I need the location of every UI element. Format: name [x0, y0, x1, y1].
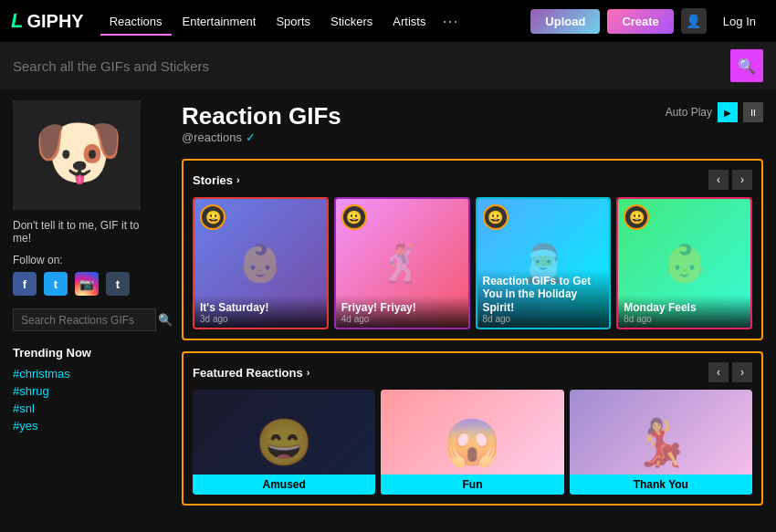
story-card-3[interactable]: 🎅 😀 Reaction GIFs to Get You in the Holi… [476, 197, 612, 329]
story-time-1: 3d ago [200, 314, 321, 324]
tumblr-icon[interactable]: t [106, 272, 130, 296]
featured-section: Featured Reactions › ‹ › 😄 Amused 😱 Fun [182, 351, 763, 506]
twitter-icon[interactable]: t [44, 272, 68, 296]
featured-card-1[interactable]: 😄 Amused [193, 390, 375, 495]
stories-prev-button[interactable]: ‹ [708, 170, 729, 190]
login-button[interactable]: Log In [714, 9, 765, 34]
logo-giphy: GIPHY [26, 11, 83, 32]
stories-header: Stories › ‹ › [193, 170, 752, 190]
story-label-1: It's Saturday! 3d ago [194, 296, 327, 328]
featured-arrow: › [307, 367, 310, 378]
story-title-1: It's Saturday! [200, 301, 321, 314]
featured-prev-button[interactable]: ‹ [708, 362, 729, 382]
story-avatar-1: 😀 [200, 204, 225, 230]
trending-item-2[interactable]: #shrug [13, 384, 156, 398]
trending-item-1[interactable]: #christmas [13, 367, 156, 381]
featured-card-3[interactable]: 💃 Thank You [570, 390, 752, 495]
upload-button[interactable]: Upload [530, 9, 600, 34]
logo-l: L [11, 9, 23, 33]
sidebar-tagline: Don't tell it to me, GIF it to me! [13, 219, 156, 245]
channel-info: Reaction GIFs @reactions ✓ [182, 102, 341, 153]
story-title-4: Monday Feels [624, 301, 745, 314]
stories-arrow: › [236, 174, 240, 185]
channel-title: Reaction GIFs [182, 102, 341, 130]
channel-avatar [13, 100, 141, 210]
search-button[interactable]: 🔍 [730, 49, 763, 82]
channel-handle: @reactions ✓ [182, 130, 341, 144]
content-area: Reaction GIFs @reactions ✓ Auto Play ▶ ⏸… [169, 89, 776, 532]
avatar-image [13, 100, 141, 210]
nav-stickers[interactable]: Stickers [321, 11, 382, 32]
stories-grid: 👶 😀 It's Saturday! 3d ago 🕺 😀 Friyay! Fr… [193, 197, 752, 329]
autoplay-label: Auto Play [666, 106, 712, 119]
story-label-3: Reaction GIFs to Get You in the Holiday … [477, 269, 610, 328]
stories-next-button[interactable]: › [732, 170, 752, 190]
story-avatar-3: 😀 [483, 204, 509, 230]
trending-item-4[interactable]: #yes [13, 419, 156, 433]
social-icons: f t 📷 t [13, 272, 156, 296]
channel-header: Reaction GIFs @reactions ✓ Auto Play ▶ ⏸ [182, 102, 763, 153]
story-time-2: 4d ago [341, 314, 463, 324]
story-label-4: Monday Feels 8d ago [618, 296, 750, 328]
nav-artists[interactable]: Artists [383, 11, 435, 32]
nav-more-dots[interactable]: ⋯ [436, 11, 464, 31]
featured-label-2: Fun [381, 475, 563, 495]
main-layout: Don't tell it to me, GIF it to me! Follo… [0, 89, 776, 532]
story-time-3: 8d ago [483, 314, 604, 324]
autoplay-pause-button[interactable]: ⏸ [743, 102, 763, 122]
trending-title: Trending Now [13, 346, 156, 360]
featured-card-2[interactable]: 😱 Fun [381, 390, 563, 495]
story-avatar-2: 😀 [341, 204, 367, 230]
story-card-1[interactable]: 👶 😀 It's Saturday! 3d ago [193, 197, 329, 329]
nav-reactions[interactable]: Reactions [100, 11, 172, 32]
featured-title: Featured Reactions › [193, 366, 309, 380]
header-right: Upload Create 👤 Log In [530, 8, 765, 34]
story-label-2: Friyay! Friyay! 4d ago [336, 296, 468, 328]
header: L GIPHY Reactions Entertainment Sports S… [0, 0, 776, 42]
nav-sports[interactable]: Sports [267, 11, 320, 32]
featured-next-button[interactable]: › [732, 362, 752, 382]
stories-title: Stories › [193, 173, 240, 187]
search-bar: 🔍 [0, 42, 776, 89]
create-button[interactable]: Create [607, 9, 673, 34]
story-title-2: Friyay! Friyay! [341, 301, 463, 314]
autoplay-play-button[interactable]: ▶ [718, 102, 738, 122]
stories-section: Stories › ‹ › 👶 😀 It's Saturday! 3d ago [182, 159, 763, 340]
featured-label-1: Amused [193, 475, 375, 495]
featured-nav-arrows: ‹ › [708, 362, 752, 382]
featured-label-3: Thank You [570, 475, 752, 495]
sidebar-search-input[interactable] [21, 314, 158, 327]
featured-grid: 😄 Amused 😱 Fun 💃 Thank You [193, 390, 752, 495]
story-time-4: 8d ago [624, 314, 745, 324]
verified-badge: ✓ [246, 130, 256, 144]
story-card-4[interactable]: 👶 😀 Monday Feels 8d ago [616, 197, 752, 329]
main-nav: Reactions Entertainment Sports Stickers … [100, 11, 524, 32]
story-title-3: Reaction GIFs to Get You in the Holiday … [483, 275, 604, 314]
story-card-2[interactable]: 🕺 😀 Friyay! Friyay! 4d ago [334, 197, 470, 329]
featured-header: Featured Reactions › ‹ › [193, 362, 752, 382]
follow-label: Follow on: [13, 254, 156, 266]
facebook-icon[interactable]: f [13, 272, 37, 296]
search-input[interactable] [13, 58, 730, 74]
logo[interactable]: L GIPHY [11, 9, 84, 33]
autoplay-control: Auto Play ▶ ⏸ [666, 102, 763, 122]
user-icon[interactable]: 👤 [681, 8, 707, 34]
nav-entertainment[interactable]: Entertainment [173, 11, 266, 32]
trending-item-3[interactable]: #snl [13, 402, 156, 415]
sidebar-search: 🔍 [13, 308, 156, 331]
stories-nav-arrows: ‹ › [708, 170, 752, 190]
sidebar: Don't tell it to me, GIF it to me! Follo… [0, 89, 169, 532]
instagram-icon[interactable]: 📷 [75, 272, 99, 296]
